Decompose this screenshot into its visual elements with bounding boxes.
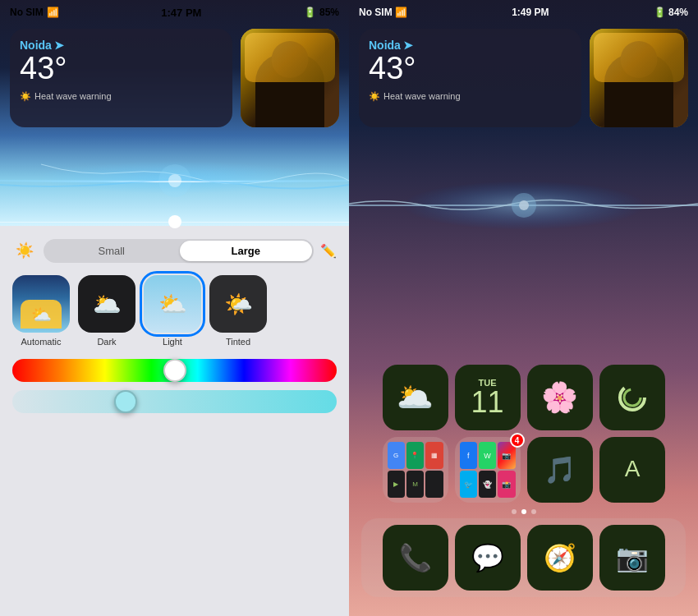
style-label-automatic: Automatic (21, 337, 62, 347)
svg-text:A: A (624, 456, 640, 481)
left-status-bar: No SIM 📶 1:47 PM 🔋 85% (0, 0, 349, 25)
right-location-icon: ➤ (403, 39, 413, 52)
right-battery-icon: 🔋 (654, 7, 666, 18)
style-option-light[interactable]: ⛅ Light (144, 275, 201, 347)
left-photo-widget[interactable] (241, 29, 339, 127)
style-option-automatic[interactable]: ⛅ Automatic (12, 275, 70, 347)
spotify-logo-icon: 🎵 (544, 454, 576, 485)
right-weather-widget[interactable]: Noida ➤ 43° ☀️ Heat wave warning (359, 29, 581, 127)
google-folder[interactable]: G 📍 ▦ ▶ M (383, 437, 448, 503)
style-options: ⛅ Automatic 🌥️ Dark ⛅ (12, 275, 337, 347)
appstore-icon: A (616, 453, 649, 486)
right-photo-widget[interactable] (590, 29, 688, 127)
social-folder[interactable]: f W 📷 🐦 👻 📸 (455, 437, 521, 503)
size-large-btn[interactable]: Large (180, 241, 313, 261)
app-icon-safari[interactable]: 🧭 (527, 525, 593, 591)
app-icon-weather[interactable]: 🌥️ (383, 365, 448, 430)
folder-icon-drive: ▦ (425, 442, 443, 469)
style-option-tinted[interactable]: 🌤️ Tinted (209, 275, 267, 347)
opacity-slider-thumb[interactable] (114, 390, 137, 413)
compass-icon: 🧭 (544, 542, 576, 573)
left-temperature: 43° (20, 52, 223, 86)
folder-icon-twitter: 🐦 (460, 471, 477, 498)
left-status-right: 🔋 85% (304, 7, 339, 18)
time-display: 1:47 PM (161, 7, 201, 19)
flower-icon: 🌸 (541, 380, 578, 415)
size-small-btn[interactable]: Small (45, 241, 178, 261)
dock-row: 📞 💬 🧭 📷 (361, 518, 686, 597)
app-icon-phone[interactable]: 📞 (383, 525, 448, 591)
messages-icon: 💬 (471, 542, 504, 573)
svg-point-2 (158, 164, 191, 197)
page-dot-2 (521, 509, 526, 514)
page-dots (361, 509, 686, 514)
right-wifi-icon: 📶 (395, 7, 407, 18)
left-widgets-area: Noida ➤ 43° ☀️ Heat wave warning (10, 29, 339, 127)
style-label-light: Light (163, 337, 182, 347)
folder-icon-snap: 👻 (479, 471, 496, 498)
right-carrier-label: No SIM (359, 7, 393, 18)
phone-icon: 📞 (399, 542, 432, 573)
social-badge: 4 (510, 433, 525, 448)
right-status-right: 🔋 84% (654, 7, 688, 18)
battery-label: 85% (319, 7, 339, 18)
left-status-left: No SIM 📶 (10, 7, 59, 18)
widget-customizer: ☀️ Small Large ✏️ ⛅ Automatic (0, 226, 349, 616)
app-icon-photos[interactable]: 🌸 (527, 365, 593, 430)
right-photo-inner (590, 29, 688, 127)
left-city-name: Noida ➤ (20, 39, 223, 52)
folder-icon-empty (425, 471, 443, 498)
left-condition: ☀️ Heat wave warning (20, 91, 223, 102)
right-condition: ☀️ Heat wave warning (369, 91, 572, 102)
right-widgets-area: Noida ➤ 43° ☀️ Heat wave warning (359, 29, 688, 127)
app-grid: 🌥️ TUE 11 🌸 G 📍 (349, 356, 698, 616)
rings-icon (616, 381, 649, 414)
sliders-area (12, 359, 337, 413)
app-row-2: G 📍 ▦ ▶ M f W 📷 🐦 👻 📸 4 (361, 437, 686, 503)
page-dot-3 (531, 509, 536, 514)
app-icon-camera[interactable]: 📷 (599, 525, 665, 591)
folder-icon-insta2: 📸 (498, 471, 515, 498)
color-slider-thumb[interactable] (163, 359, 186, 382)
carrier-label: No SIM (10, 7, 44, 18)
app-icon-spotify[interactable]: 🎵 (527, 437, 593, 503)
size-selector: ☀️ Small Large ✏️ (12, 238, 337, 263)
sun-icon-small: ☀️ (12, 238, 37, 263)
app-icon-calendar[interactable]: TUE 11 (455, 365, 521, 430)
right-panel: No SIM 📶 1:49 PM 🔋 84% (349, 0, 698, 616)
folder-icon-maps: 📍 (406, 442, 424, 469)
location-arrow-icon: ➤ (54, 39, 64, 52)
right-status-bar: No SIM 📶 1:49 PM 🔋 84% (349, 0, 698, 25)
color-slider[interactable] (12, 359, 337, 382)
right-temperature: 43° (369, 52, 572, 86)
folder-icon-whatsapp: W (479, 442, 496, 469)
style-option-dark[interactable]: 🌥️ Dark (78, 275, 135, 347)
folder-icon-yt: ▶ (388, 471, 405, 498)
app-row-1: 🌥️ TUE 11 🌸 (361, 365, 686, 430)
right-time-display: 1:49 PM (512, 7, 549, 18)
social-folder-container: f W 📷 🐦 👻 📸 4 (455, 437, 521, 503)
style-icon-dark: 🌥️ (78, 275, 135, 333)
style-icon-tinted: 🌤️ (209, 275, 267, 333)
left-panel: No SIM 📶 1:47 PM 🔋 85% Noida ➤ 43° ☀️ He… (0, 0, 349, 616)
opacity-slider[interactable] (12, 390, 337, 413)
camera-icon: 📷 (616, 542, 649, 573)
app-icon-fitness[interactable] (599, 365, 665, 430)
folder-icon-facebook: f (460, 442, 477, 469)
style-icon-automatic: ⛅ (12, 275, 70, 333)
google-folder-container: G 📍 ▦ ▶ M (383, 437, 448, 503)
folder-icon-gmail: M (406, 471, 424, 498)
right-sun-icon: ☀️ (369, 91, 380, 102)
folder-icon-google: G (388, 442, 405, 469)
style-label-dark: Dark (97, 337, 116, 347)
calendar-date: 11 (471, 388, 503, 417)
svg-point-6 (512, 193, 536, 218)
app-icon-messages[interactable]: 💬 (455, 525, 521, 591)
page-dot-1 (512, 509, 517, 514)
right-battery-label: 84% (668, 7, 688, 18)
edit-pencil-icon[interactable]: ✏️ (320, 243, 337, 259)
app-icon-appstore[interactable]: A (599, 437, 665, 503)
left-photo-inner (241, 29, 339, 127)
left-weather-widget[interactable]: Noida ➤ 43° ☀️ Heat wave warning (10, 29, 232, 127)
weather-cloud-icon: 🌥️ (397, 380, 434, 415)
